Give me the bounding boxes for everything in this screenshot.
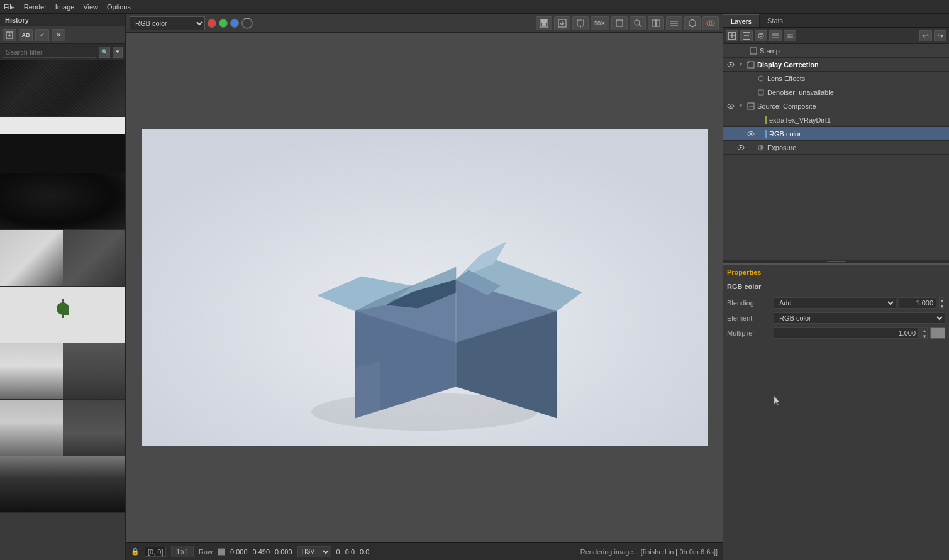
close-history-button[interactable]: ✕ [52, 29, 65, 41]
status-bar: 🔒 [0, 0] 1x1 Raw 0.000 0.490 0.000 HSV R… [126, 542, 723, 560]
eye-icon-rgb-color[interactable] [746, 129, 756, 139]
svg-marker-34 [355, 361, 380, 418]
green-channel-dot[interactable] [219, 19, 228, 28]
zoom-button[interactable] [630, 16, 646, 30]
sample-size-button[interactable]: 50✕ [591, 16, 609, 30]
cursor-indicator [774, 395, 780, 405]
svg-point-55 [758, 76, 763, 81]
red-channel-dot[interactable] [208, 19, 216, 28]
history-list [0, 60, 125, 560]
composite-icon [746, 102, 755, 111]
prop-name-row: RGB color [727, 280, 945, 294]
history-item[interactable] [0, 173, 125, 230]
new-render-button[interactable] [3, 29, 16, 41]
search-dropdown[interactable]: ▼ [113, 47, 123, 58]
eye-icon-exposure[interactable] [736, 143, 746, 153]
color-mode-select[interactable]: RGB color HSV Linear Luma [130, 16, 205, 30]
layer-row-display-correction[interactable]: ▼ Display Correction [723, 58, 949, 72]
tab-stats[interactable]: Stats [760, 14, 791, 27]
channel-select[interactable]: HSV RGB Linear [297, 546, 331, 557]
multiplier-color-swatch[interactable] [930, 327, 945, 339]
eye-icon-extratex[interactable] [746, 115, 756, 125]
svg-rect-15 [652, 20, 655, 26]
search-icon[interactable]: 🔍 [99, 47, 110, 58]
denoiser-icon [757, 88, 765, 97]
sample-size-status[interactable]: 1x1 [171, 546, 194, 557]
remove-layer-button[interactable] [740, 30, 753, 41]
center-panel: RGB color HSV Linear Luma [126, 14, 723, 560]
blending-stepper[interactable]: ▲▼ [939, 297, 945, 309]
history-item[interactable] [0, 287, 125, 343]
compare-button[interactable] [648, 16, 664, 30]
multiplier-stepper[interactable]: ▲▼ [921, 327, 928, 339]
flatten-button[interactable] [784, 30, 796, 41]
value-g: 0.490 [253, 548, 270, 556]
eye-icon-display-correction[interactable] [726, 60, 736, 70]
blending-amount[interactable]: 1.000 [899, 297, 936, 309]
menu-item-image[interactable]: Image [55, 3, 75, 11]
status-message: Rendering image... [finished in [ 0h 0m … [580, 548, 718, 556]
check-button[interactable]: ✓ [35, 29, 49, 41]
render-svg [142, 129, 708, 446]
toolbar: RGB color HSV Linear Luma [126, 14, 723, 33]
value-r: 0.000 [230, 548, 248, 556]
expand-icon-source-composite[interactable]: ▼ [737, 102, 745, 110]
search-input[interactable] [3, 47, 96, 58]
layer-row-denoiser[interactable]: Denoiser: unavailable [723, 85, 949, 99]
layer-row-lens-effects[interactable]: Lens Effects [723, 72, 949, 85]
channels-button[interactable] [702, 16, 719, 30]
menu-item-options[interactable]: Options [107, 3, 131, 11]
save-button[interactable] [536, 16, 552, 30]
layer-row-stamp[interactable]: Stamp [723, 44, 949, 58]
history-item[interactable] [0, 117, 125, 173]
layer-name-exposure: Exposure [767, 144, 946, 151]
layer-row-source-composite[interactable]: ▼ Source: Composite [723, 99, 949, 113]
layer-name-source-composite: Source: Composite [757, 102, 946, 110]
layer-row-extratex[interactable]: extraTex_VRayDirt1 [723, 113, 949, 127]
search-bar: 🔍 ▼ [0, 44, 125, 60]
redo-button[interactable]: ↪ [934, 30, 946, 41]
eye-icon-denoiser[interactable] [736, 87, 746, 97]
undo-button[interactable]: ↩ [919, 30, 932, 41]
merge-button[interactable] [769, 30, 782, 41]
spinner-icon[interactable] [241, 18, 253, 29]
history-item[interactable] [0, 343, 125, 400]
stamp-icon [749, 47, 758, 55]
left-panel: History AB ✓ ✕ 🔍 ▼ [0, 14, 126, 560]
eye-icon-lens-effects[interactable] [736, 74, 746, 84]
right-panel: Layers Stats ↩ ↪ [723, 14, 949, 560]
mask-button[interactable] [684, 16, 701, 30]
main-layout: History AB ✓ ✕ 🔍 ▼ [0, 14, 949, 560]
menu-item-view[interactable]: View [83, 3, 98, 11]
eye-icon-source-composite[interactable] [726, 101, 736, 111]
element-row: Element RGB color Alpha Depth [727, 311, 945, 325]
rgb-color-bar [765, 130, 767, 138]
menu-item-file[interactable]: File [4, 3, 15, 11]
region-button[interactable] [611, 16, 628, 30]
expand-icon-display-correction[interactable]: ▼ [737, 61, 745, 69]
source-button[interactable] [755, 30, 767, 41]
blue-channel-dot[interactable] [230, 19, 239, 28]
history-item[interactable] [0, 456, 125, 513]
alt-button[interactable]: AB [19, 29, 33, 41]
layer-row-exposure[interactable]: Exposure [723, 141, 949, 155]
history-item[interactable] [0, 60, 125, 117]
add-layer-button[interactable] [726, 30, 738, 41]
history-toolbar: AB ✓ ✕ [0, 26, 125, 44]
history-item[interactable] [0, 230, 125, 287]
element-select[interactable]: RGB color Alpha Depth [774, 312, 945, 324]
mode-label: Raw [199, 548, 213, 556]
layers-view-button[interactable] [666, 16, 682, 30]
eye-icon-stamp[interactable] [726, 46, 736, 56]
tab-layers[interactable]: Layers [723, 14, 760, 27]
menu-item-render[interactable]: Render [24, 3, 47, 11]
value-b: 0.000 [275, 548, 292, 556]
svg-line-13 [639, 25, 641, 27]
select-region-button[interactable] [572, 16, 589, 30]
multiplier-value[interactable] [774, 327, 919, 339]
history-item[interactable] [0, 400, 125, 456]
blending-select[interactable]: Add Multiply Screen Overlay [774, 297, 896, 309]
export-button[interactable] [554, 16, 570, 30]
svg-rect-11 [616, 20, 623, 26]
layer-row-rgb-color[interactable]: RGB color [723, 127, 949, 141]
